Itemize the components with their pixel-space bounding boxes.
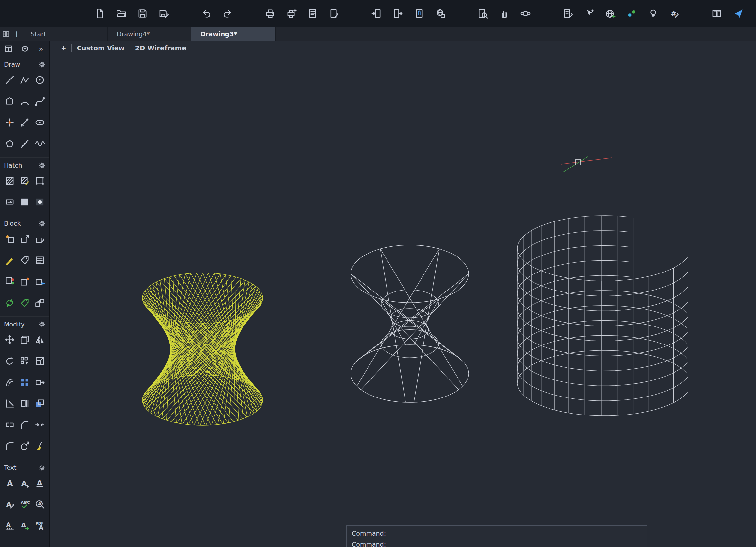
tab-start[interactable]: Start <box>22 27 108 41</box>
text-settings-gear-icon[interactable] <box>38 464 45 471</box>
mesh-cylinder[interactable] <box>517 216 688 416</box>
tool-arc-icon[interactable] <box>18 95 31 108</box>
tool-hatch-stretch-icon[interactable] <box>3 195 16 209</box>
tool-point-icon[interactable] <box>3 116 16 129</box>
command-input-line[interactable]: Command: <box>352 541 642 547</box>
tool-ellipse-icon[interactable] <box>33 116 46 129</box>
tool-write-block-icon[interactable] <box>18 275 31 288</box>
field-button[interactable]: # <box>667 6 681 21</box>
hatch-settings-gear-icon[interactable] <box>38 161 45 169</box>
tool-stretch-icon[interactable] <box>33 375 46 389</box>
viewport-visual-style-menu[interactable]: 2D Wireframe <box>135 44 186 52</box>
tab-drawing3[interactable]: Drawing3* <box>191 27 276 41</box>
export-button[interactable] <box>390 6 405 21</box>
tool-underline-text-icon[interactable]: A <box>33 476 46 489</box>
tool-find-text-icon[interactable]: A <box>33 498 46 511</box>
tool-text-align-icon[interactable]: A <box>18 519 31 532</box>
viewport-expand-control[interactable]: + <box>61 44 66 52</box>
save-as-button[interactable] <box>156 6 171 21</box>
tool-clean-icon[interactable] <box>33 439 46 452</box>
tool-shape-icon[interactable] <box>3 95 16 108</box>
tool-align-icon[interactable] <box>18 397 31 410</box>
tool-polygon-icon[interactable] <box>3 137 16 150</box>
tool-trim-icon[interactable] <box>3 397 16 410</box>
redo-button[interactable] <box>220 6 235 21</box>
tool-offset-icon[interactable] <box>3 375 16 389</box>
import-button[interactable] <box>369 6 384 21</box>
new-drawing-tab-button[interactable]: + <box>12 27 22 41</box>
command-window[interactable]: Command: Command: <box>346 525 647 547</box>
tool-rect-array-icon[interactable] <box>18 375 31 389</box>
properties-button[interactable] <box>561 6 575 21</box>
block-settings-gear-icon[interactable] <box>38 220 45 228</box>
tool-union-icon[interactable] <box>33 397 46 410</box>
new-file-button[interactable] <box>93 6 107 21</box>
tool-create-block-icon[interactable] <box>18 232 31 246</box>
tool-single-text-icon[interactable]: A <box>3 476 16 489</box>
share-button[interactable] <box>731 6 745 21</box>
tool-image-icon[interactable] <box>33 195 46 209</box>
tool-chamfer-icon[interactable] <box>18 418 31 431</box>
plot-preview-button[interactable] <box>305 6 320 21</box>
wireframe-hourglass[interactable] <box>351 245 469 402</box>
page-setup-button[interactable] <box>327 6 341 21</box>
expand-chevrons[interactable]: » <box>36 44 46 54</box>
tool-mirror-icon[interactable] <box>33 333 46 346</box>
publish-button[interactable] <box>433 6 447 21</box>
tool-array-edit-icon[interactable] <box>18 354 31 367</box>
tool-edit-block-icon[interactable] <box>33 232 46 246</box>
tool-hatch-edit-icon[interactable] <box>18 174 31 187</box>
tool-circle-icon[interactable] <box>33 73 46 86</box>
tool-move-icon[interactable] <box>3 333 16 346</box>
tool-sync-attributes-icon[interactable] <box>3 296 16 309</box>
tool-scale-icon[interactable] <box>33 354 46 367</box>
orbit-button[interactable] <box>518 6 532 21</box>
tool-explode-icon[interactable] <box>18 439 31 452</box>
tool-spline-icon[interactable] <box>33 95 46 108</box>
tab-drawing4[interactable]: Drawing4* <box>108 27 191 41</box>
geo-location-button[interactable] <box>603 6 618 21</box>
render-button[interactable] <box>646 6 660 21</box>
attach-button[interactable] <box>412 6 426 21</box>
tool-attribute-tag-icon[interactable] <box>18 296 31 309</box>
tool-rotate-icon[interactable] <box>3 354 16 367</box>
tool-pdf-text-icon[interactable]: PDFA <box>33 519 46 532</box>
tool-replace-block-icon[interactable] <box>33 296 46 309</box>
view-cube-icon[interactable] <box>20 44 30 54</box>
tool-attribute-manager-icon[interactable] <box>33 254 46 267</box>
tool-edit-text-icon[interactable]: A <box>3 498 16 511</box>
tool-edit-attribute-icon[interactable] <box>3 254 16 267</box>
tool-define-attribute-icon[interactable] <box>18 254 31 267</box>
viewport-view-menu[interactable]: Custom View <box>77 44 125 52</box>
tool-save-block-icon[interactable] <box>3 275 16 288</box>
save-button[interactable] <box>135 6 150 21</box>
pan-button[interactable] <box>497 6 511 21</box>
viewport-icon[interactable] <box>3 44 14 54</box>
tool-polyline-icon[interactable] <box>18 73 31 86</box>
tool-hatch-icon[interactable] <box>3 174 16 187</box>
print-button[interactable] <box>263 6 277 21</box>
modify-settings-gear-icon[interactable] <box>38 320 45 328</box>
tool-boundary-icon[interactable] <box>33 174 46 187</box>
tool-spell-check-icon[interactable]: ABC <box>18 498 31 511</box>
tool-revision-cloud-icon[interactable] <box>33 137 46 150</box>
undo-button[interactable] <box>199 6 213 21</box>
point-style-button[interactable] <box>624 6 639 21</box>
tab-layout-grid-icon[interactable] <box>0 27 12 41</box>
print-add-button[interactable] <box>284 6 298 21</box>
tool-construction-line-icon[interactable] <box>18 116 31 129</box>
tool-break-icon[interactable] <box>3 418 16 431</box>
tool-add-block-icon[interactable] <box>33 275 46 288</box>
content-browser-button[interactable] <box>710 6 724 21</box>
tool-join-icon[interactable] <box>33 418 46 431</box>
zoom-window-button[interactable] <box>476 6 490 21</box>
tool-solid-fill-icon[interactable] <box>18 195 31 209</box>
ruled-surface-hyperboloid[interactable] <box>142 273 263 425</box>
quick-select-button[interactable] <box>582 6 596 21</box>
tool-fillet-icon[interactable] <box>3 439 16 452</box>
drawing-canvas[interactable]: + Custom View 2D Wireframe Command: Comm… <box>50 41 756 547</box>
tool-insert-text-icon[interactable]: A <box>18 476 31 489</box>
tool-insert-block-icon[interactable] <box>3 232 16 246</box>
tool-divide-icon[interactable] <box>18 137 31 150</box>
tool-line-icon[interactable] <box>3 73 16 86</box>
